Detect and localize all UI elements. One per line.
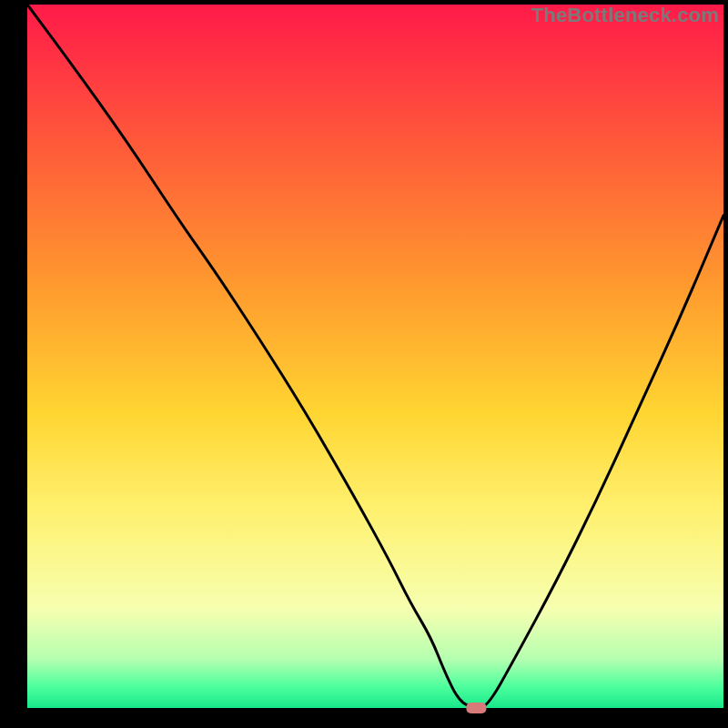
bottleneck-chart: TheBottleneck.com [0, 0, 728, 728]
watermark-text: TheBottleneck.com [531, 4, 719, 27]
optimal-marker [466, 703, 486, 713]
chart-canvas [0, 0, 728, 728]
plot-area [27, 5, 723, 708]
